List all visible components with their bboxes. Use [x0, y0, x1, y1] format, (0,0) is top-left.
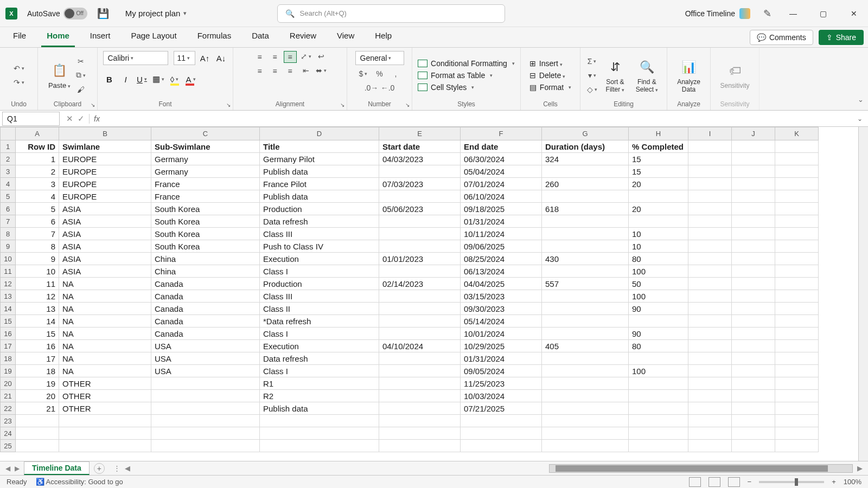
cell[interactable]: 430	[542, 253, 629, 265]
cell[interactable]	[688, 178, 732, 190]
cell[interactable]: EUROPE	[59, 190, 151, 203]
hscroll-right[interactable]: ▶	[857, 464, 863, 472]
cell[interactable]	[629, 352, 688, 365]
cell[interactable]: EUROPE	[59, 178, 151, 190]
cell[interactable]	[542, 240, 629, 253]
cell[interactable]: Class I	[260, 265, 379, 278]
column-header-K[interactable]: K	[775, 127, 819, 140]
cell[interactable]: 557	[542, 278, 629, 290]
cell[interactable]: NA	[59, 315, 151, 328]
cell[interactable]: 9	[16, 253, 59, 265]
cell[interactable]: 07/01/2024	[461, 178, 542, 190]
cell[interactable]	[775, 402, 819, 415]
tab-page-layout[interactable]: Page Layout	[125, 27, 182, 47]
sort-filter-button[interactable]: ⇵Sort & Filter	[602, 57, 628, 93]
cell[interactable]	[59, 415, 151, 427]
cell[interactable]	[732, 253, 775, 265]
row-header[interactable]: 15	[1, 315, 16, 328]
cell[interactable]	[775, 328, 819, 340]
cell[interactable]: 19	[16, 377, 59, 390]
row-header[interactable]: 7	[1, 215, 16, 228]
dialog-launcher-icon[interactable]: ↘	[226, 102, 231, 108]
cell[interactable]: 01/31/2024	[461, 215, 542, 228]
cell[interactable]: ASIA	[59, 240, 151, 253]
cell[interactable]: ASIA	[59, 228, 151, 240]
select-all-corner[interactable]	[1, 127, 16, 140]
cell[interactable]: 5	[16, 203, 59, 215]
cell[interactable]: 7	[16, 228, 59, 240]
align-bottom-button[interactable]: ≡	[284, 51, 297, 63]
cell[interactable]	[542, 303, 629, 315]
italic-button[interactable]: I	[119, 73, 132, 86]
cell[interactable]	[629, 427, 688, 440]
zoom-in-button[interactable]: +	[832, 478, 836, 486]
autosum-button[interactable]: Σ	[586, 56, 598, 67]
font-name-select[interactable]: Calibri	[103, 51, 168, 65]
cell[interactable]: % Completed	[629, 140, 688, 153]
cell[interactable]	[688, 265, 732, 278]
row-header[interactable]: 13	[1, 290, 16, 303]
cell[interactable]: 07/21/2025	[461, 402, 542, 415]
cell[interactable]	[688, 278, 732, 290]
cell[interactable]	[775, 215, 819, 228]
cell[interactable]	[542, 265, 629, 278]
cell[interactable]: OTHER	[59, 402, 151, 415]
cell[interactable]	[732, 440, 775, 452]
autosave-toggle[interactable]: Off	[63, 8, 87, 20]
cell[interactable]: 02/14/2023	[379, 278, 461, 290]
cell[interactable]: EUROPE	[59, 165, 151, 178]
cell[interactable]: 04/03/2023	[379, 153, 461, 165]
cell[interactable]	[542, 427, 629, 440]
cell[interactable]: 20	[629, 203, 688, 215]
cell[interactable]	[775, 377, 819, 390]
cell[interactable]	[542, 415, 629, 427]
cell[interactable]	[379, 440, 461, 452]
cell[interactable]: 08/25/2024	[461, 253, 542, 265]
cell[interactable]: End date	[461, 140, 542, 153]
cell[interactable]: South Korea	[151, 215, 260, 228]
cell[interactable]: 100	[629, 265, 688, 278]
cell[interactable]: Publish data	[260, 402, 379, 415]
cell[interactable]	[379, 228, 461, 240]
cell[interactable]	[379, 415, 461, 427]
cell[interactable]: 17	[16, 352, 59, 365]
status-accessibility[interactable]: ♿ Accessibility: Good to go	[36, 478, 123, 486]
cell[interactable]: 05/14/2024	[461, 315, 542, 328]
cell[interactable]	[775, 178, 819, 190]
cell[interactable]: China	[151, 253, 260, 265]
cell[interactable]: 50	[629, 278, 688, 290]
row-header[interactable]: 9	[1, 240, 16, 253]
font-color-button[interactable]: A	[184, 73, 197, 86]
cell[interactable]: 11	[16, 278, 59, 290]
cell[interactable]: 10	[629, 240, 688, 253]
cell[interactable]: 07/03/2023	[379, 178, 461, 190]
minimize-button[interactable]: —	[784, 5, 802, 22]
row-header[interactable]: 16	[1, 328, 16, 340]
cell[interactable]	[732, 178, 775, 190]
normal-view-button[interactable]	[689, 477, 701, 487]
merge-button[interactable]: ⬌	[315, 65, 327, 76]
fill-color-button[interactable]: ◊	[168, 73, 181, 86]
bold-button[interactable]: B	[103, 73, 116, 86]
cell[interactable]	[775, 427, 819, 440]
cell[interactable]	[688, 253, 732, 265]
cell[interactable]: NA	[59, 352, 151, 365]
cell[interactable]	[688, 315, 732, 328]
cell[interactable]: 10/29/2025	[461, 340, 542, 352]
cell[interactable]	[379, 427, 461, 440]
decrease-font-button[interactable]: A↓	[215, 52, 228, 65]
cell[interactable]: France	[151, 190, 260, 203]
cell[interactable]	[732, 415, 775, 427]
cell[interactable]	[461, 427, 542, 440]
row-header[interactable]: 1	[1, 140, 16, 153]
cell[interactable]: Class I	[260, 328, 379, 340]
cell[interactable]: Publish data	[260, 165, 379, 178]
cell[interactable]: ASIA	[59, 215, 151, 228]
cell[interactable]	[775, 440, 819, 452]
cell[interactable]: Class III	[260, 228, 379, 240]
cell[interactable]: 01/01/2023	[379, 253, 461, 265]
collapse-ribbon-button[interactable]: ⌄	[858, 95, 864, 104]
page-layout-view-button[interactable]	[709, 477, 720, 487]
row-header[interactable]: 12	[1, 278, 16, 290]
cell[interactable]	[688, 190, 732, 203]
